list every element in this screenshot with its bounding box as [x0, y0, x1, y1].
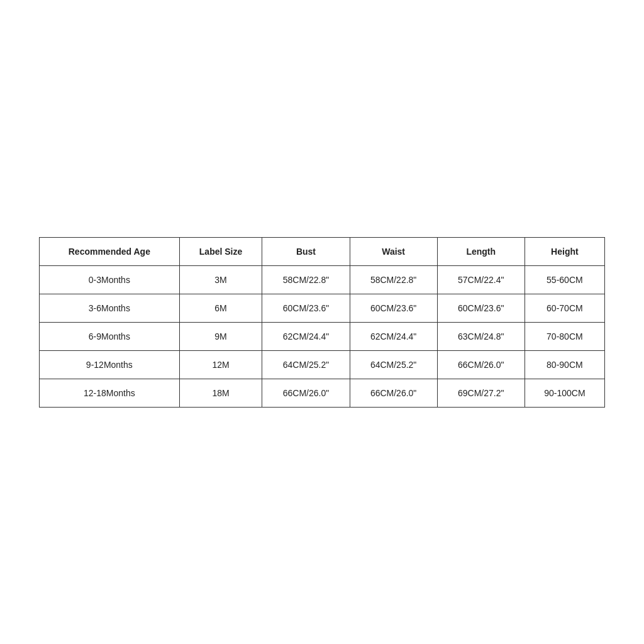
- cell-age: 0-3Months: [40, 265, 180, 294]
- header-waist: Waist: [350, 237, 437, 265]
- cell-label_size: 3M: [179, 265, 262, 294]
- header-recommended-age: Recommended Age: [40, 237, 180, 265]
- cell-height: 90-100CM: [525, 379, 604, 407]
- table-row: 6-9Months9M62CM/24.4"62CM/24.4"63CM/24.8…: [40, 322, 605, 350]
- size-chart-container: Recommended Age Label Size Bust Waist Le…: [39, 237, 605, 408]
- cell-bust: 66CM/26.0": [262, 379, 350, 407]
- cell-bust: 62CM/24.4": [262, 322, 350, 350]
- cell-label_size: 18M: [179, 379, 262, 407]
- cell-bust: 64CM/25.2": [262, 350, 350, 379]
- cell-label_size: 12M: [179, 350, 262, 379]
- header-bust: Bust: [262, 237, 350, 265]
- cell-age: 6-9Months: [40, 322, 180, 350]
- cell-label_size: 9M: [179, 322, 262, 350]
- table-row: 12-18Months18M66CM/26.0"66CM/26.0"69CM/2…: [40, 379, 605, 407]
- table-row: 0-3Months3M58CM/22.8"58CM/22.8"57CM/22.4…: [40, 265, 605, 294]
- table-row: 3-6Months6M60CM/23.6"60CM/23.6"60CM/23.6…: [40, 294, 605, 322]
- cell-age: 3-6Months: [40, 294, 180, 322]
- cell-length: 60CM/23.6": [437, 294, 525, 322]
- cell-length: 57CM/22.4": [437, 265, 525, 294]
- cell-length: 69CM/27.2": [437, 379, 525, 407]
- header-length: Length: [437, 237, 525, 265]
- cell-height: 60-70CM: [525, 294, 604, 322]
- cell-waist: 64CM/25.2": [350, 350, 437, 379]
- cell-waist: 66CM/26.0": [350, 379, 437, 407]
- cell-bust: 60CM/23.6": [262, 294, 350, 322]
- cell-waist: 60CM/23.6": [350, 294, 437, 322]
- cell-length: 63CM/24.8": [437, 322, 525, 350]
- cell-bust: 58CM/22.8": [262, 265, 350, 294]
- table-header-row: Recommended Age Label Size Bust Waist Le…: [40, 237, 605, 265]
- table-row: 9-12Months12M64CM/25.2"64CM/25.2"66CM/26…: [40, 350, 605, 379]
- cell-length: 66CM/26.0": [437, 350, 525, 379]
- header-height: Height: [525, 237, 604, 265]
- header-label-size: Label Size: [179, 237, 262, 265]
- cell-height: 70-80CM: [525, 322, 604, 350]
- size-chart-table: Recommended Age Label Size Bust Waist Le…: [39, 237, 605, 408]
- cell-age: 9-12Months: [40, 350, 180, 379]
- cell-waist: 58CM/22.8": [350, 265, 437, 294]
- cell-height: 80-90CM: [525, 350, 604, 379]
- cell-height: 55-60CM: [525, 265, 604, 294]
- cell-waist: 62CM/24.4": [350, 322, 437, 350]
- cell-age: 12-18Months: [40, 379, 180, 407]
- cell-label_size: 6M: [179, 294, 262, 322]
